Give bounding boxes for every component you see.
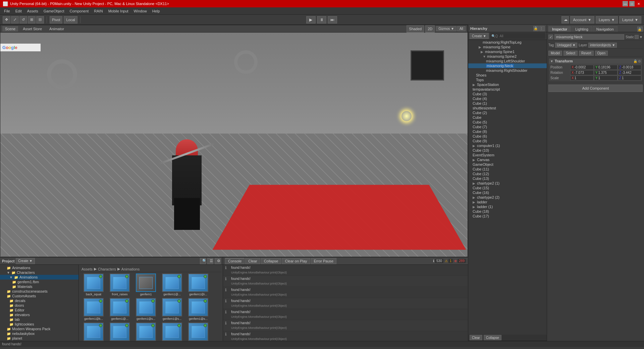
asset-genfem1-at1[interactable]: genfem1@... — [160, 273, 184, 296]
tree-item-editor[interactable]: 📁 Editor — [0, 308, 78, 312]
transform-header[interactable]: ▼ Transform 🔒 ⚙ — [549, 58, 642, 64]
inspector-lock-button[interactable]: 🔒 — [637, 27, 643, 32]
revert-button[interactable]: Revert — [579, 51, 593, 56]
tree-item-elevators[interactable]: 📁 elevators — [0, 312, 78, 317]
tree-item-lightcookies[interactable]: 📁 lightcookies — [0, 322, 78, 327]
step-button[interactable]: ⏭ — [328, 16, 337, 23]
menu-item-help[interactable]: Help — [150, 8, 163, 14]
asset-genfem1-at2[interactable]: genfem1@i... — [186, 273, 210, 296]
hierarchy-item-cube12[interactable]: Cube (12) — [468, 171, 547, 176]
menu-item-assets[interactable]: Assets — [24, 8, 41, 14]
tree-item-qs[interactable]: 📁 QS — [0, 341, 78, 341]
open-button[interactable]: Open — [595, 51, 608, 56]
scene-canvas[interactable]: Google — [0, 33, 468, 257]
console-entry[interactable]: ℹ found hands!UnityEngine.MonoBehaviour:… — [223, 309, 468, 320]
hierarchy-item-cube5[interactable]: Cube (5) — [468, 120, 547, 124]
scale-tool[interactable]: ⊞ — [28, 16, 36, 23]
rotation-x-input[interactable]: X -7.073 — [570, 70, 594, 75]
scale-z-input[interactable]: Z 1 — [618, 76, 641, 81]
hierarchy-item-chairtype2-2[interactable]: ▶ chairtype2 (2) — [468, 195, 547, 200]
position-x-input[interactable]: X -0.0002 — [570, 65, 594, 70]
path-assets[interactable]: Assets — [82, 267, 93, 271]
hand-tool[interactable]: ✥ — [3, 16, 10, 23]
tree-item-nebula[interactable]: 📁 nebulaskybox — [0, 331, 78, 336]
hierarchy-item-ladder[interactable]: ▶ ladder — [468, 200, 547, 204]
lighting-tab[interactable]: Lighting — [572, 26, 592, 32]
tree-item-genfem1fbm[interactable]: 📁 genfem1.fbm — [0, 280, 78, 284]
clear-button[interactable]: Clear — [245, 258, 260, 264]
hierarchy-item-neck[interactable]: mixamorig:Neck — [468, 63, 547, 68]
clear-on-play-button[interactable]: Clear on Play — [282, 258, 310, 264]
hierarchy-item-cube1[interactable]: Cube (1) — [468, 101, 547, 106]
menu-item-edit[interactable]: Edit — [13, 8, 24, 14]
layers-dropdown[interactable]: Layers ▼ — [596, 16, 618, 23]
tree-item-decals[interactable]: 📁 decals — [0, 298, 78, 303]
animator-tab[interactable]: Animator — [47, 26, 67, 32]
clear-button[interactable]: Clear — [470, 335, 482, 340]
hierarchy-more-button[interactable]: ⋮ — [539, 26, 545, 31]
menu-item-gameobject[interactable]: GameObject — [41, 8, 67, 14]
hierarchy-item-leftshoulder[interactable]: mixamorig:LeftShoulder — [468, 59, 547, 63]
project-create-button[interactable]: Create ▼ — [16, 258, 35, 264]
hierarchy-item-cube8[interactable]: Cube (8) — [468, 129, 547, 134]
hierarchy-item-computer1[interactable]: ▶ computer1 (1) — [468, 143, 547, 148]
hierarchy-item-shoes[interactable]: Shoes — [468, 73, 547, 78]
tree-item-animations[interactable]: ▼ 📁 Animations — [0, 275, 78, 280]
console-entry[interactable]: ℹ found hands!UnityEngine.MonoBehaviour:… — [223, 331, 468, 341]
close-button[interactable]: ✕ — [636, 1, 641, 6]
console-entry[interactable]: ℹ found hands!UnityEngine.MonoBehaviour:… — [223, 276, 468, 287]
navigation-tab[interactable]: Navigation — [593, 26, 618, 32]
tree-item-planet[interactable]: 📁 planet — [0, 336, 78, 341]
hierarchy-item-chairtype2-1[interactable]: ▶ chairtype2 (1) — [468, 181, 547, 186]
hierarchy-create-button[interactable]: Create ▼ — [470, 33, 489, 39]
hierarchy-item-cube13[interactable]: Cube (13) — [468, 176, 547, 181]
asset-genfem1[interactable]: genfem1 — [134, 273, 158, 296]
position-y-input[interactable]: Y 0.18196 — [594, 65, 618, 70]
select-button[interactable]: Select — [564, 51, 578, 56]
asset-back-squat[interactable]: back_squat — [82, 273, 106, 296]
hierarchy-item-cube16[interactable]: Cube (16) — [468, 190, 547, 195]
layer-dropdown[interactable]: interiorobjects ▼ — [588, 43, 617, 48]
console-entry[interactable]: ℹ found hands!UnityEngine.MonoBehaviour:… — [223, 265, 468, 276]
hierarchy-item-shuttlesize[interactable]: shuttlesizetest — [468, 106, 547, 110]
static-chevron[interactable]: ▼ — [639, 35, 643, 39]
asset-genfem1-at7[interactable]: genfem1@s... — [186, 298, 210, 320]
pivot-button[interactable]: Pivot — [50, 16, 62, 23]
minimize-button[interactable]: — — [623, 1, 628, 6]
collapse-button[interactable]: Collapse — [261, 258, 281, 264]
2d-button[interactable]: 2D — [425, 25, 435, 33]
path-characters[interactable]: Characters — [98, 267, 116, 271]
asset-genfem1-at11[interactable] — [160, 322, 184, 341]
tree-item-materials[interactable]: 📁 Materials — [0, 284, 78, 289]
cloud-button[interactable]: ☁ — [561, 16, 569, 23]
console-entry[interactable]: ℹ found hands!UnityEngine.MonoBehaviour:… — [223, 320, 468, 331]
tag-dropdown[interactable]: Untagged ▼ — [555, 43, 577, 48]
tree-item-animations-top[interactable]: 📁 Animations — [0, 265, 78, 270]
hierarchy-item-spacestation[interactable]: ▶ SpaceStation — [468, 82, 547, 87]
asset-genfem1-at8[interactable]: genfem1@s... — [82, 322, 106, 341]
error-pause-button[interactable]: Error Pause — [311, 258, 337, 264]
tree-item-doors[interactable]: 📁 doors — [0, 303, 78, 308]
hierarchy-item-cube15[interactable]: Cube (15) — [468, 186, 547, 190]
shaded-button[interactable]: Shaded — [407, 25, 424, 33]
asset-genfem1-at3[interactable]: genfem1@k... — [82, 298, 106, 320]
asset-genfem1-at4[interactable]: genfem1@... — [108, 298, 132, 320]
position-z-input[interactable]: Z -0.0018 — [618, 65, 641, 70]
add-component-button[interactable]: Add Component — [548, 85, 643, 92]
hierarchy-item-gameobject[interactable]: GameObject — [468, 162, 547, 167]
hierarchy-item-cube17[interactable]: Cube (17) — [468, 214, 547, 218]
hierarchy-item-tops[interactable]: Tops — [468, 78, 547, 82]
console-entry[interactable]: ℹ found hands!UnityEngine.MonoBehaviour:… — [223, 287, 468, 298]
tree-item-characters[interactable]: ▼ 📁 Characters — [0, 270, 78, 275]
hierarchy-item-ladder1[interactable]: ▶ ladder (1) — [468, 204, 547, 209]
asset-genfem1-at12[interactable] — [186, 322, 210, 341]
tree-item-customassets[interactable]: 📁 CustomAssets — [0, 294, 78, 298]
project-search-button[interactable]: 🔍 — [200, 258, 206, 264]
rotation-y-input[interactable]: Y 1.375 — [594, 70, 618, 75]
asset-genfem1-at10[interactable] — [134, 322, 158, 341]
hierarchy-item-tempavatar[interactable]: tempavatarscript — [468, 87, 547, 92]
asset-genfem1-at9[interactable]: genfem1@t... — [108, 322, 132, 341]
menu-item-rain[interactable]: RAIN — [91, 8, 105, 14]
all-button[interactable]: All — [457, 26, 466, 31]
hierarchy-item-canvas[interactable]: ▶ Canvas — [468, 157, 547, 162]
